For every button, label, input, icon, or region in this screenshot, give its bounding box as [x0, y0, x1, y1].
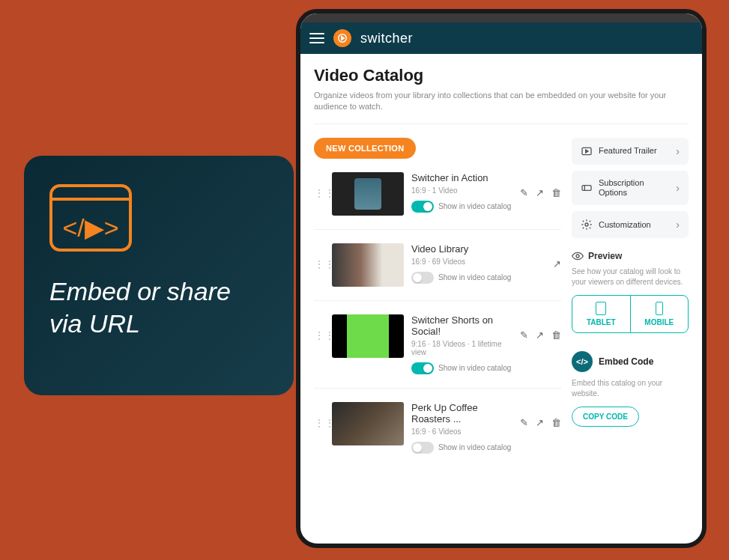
collection-meta: 16:9 · 69 Videos	[411, 258, 545, 266]
collection-thumbnail[interactable]: S	[332, 314, 404, 358]
page-content: Video Catalog Organize videos from your …	[300, 54, 702, 544]
mobile-icon	[656, 302, 663, 315]
sidebar-item-trailer[interactable]: Featured Trailer ›	[572, 138, 689, 165]
share-icon[interactable]: ↗	[536, 329, 544, 341]
browser-chrome	[300, 13, 702, 22]
preview-section: Preview See how your catalog will look t…	[572, 250, 689, 333]
preview-tablet-button[interactable]: TABLET	[572, 296, 631, 332]
collection-row: ⋮⋮ S Switcher Shorts on Social! 9:16 · 1…	[314, 301, 561, 389]
promo-card: </▶> Embed or share via URL	[24, 156, 294, 395]
collection-row: ⋮⋮ Perk Up Coffee Roasters ... 16:9 · 6 …	[314, 389, 561, 467]
collection-title: Switcher Shorts on Social!	[411, 314, 512, 337]
chevron-right-icon: ›	[676, 182, 680, 194]
gear-icon	[581, 219, 593, 231]
show-catalog-toggle[interactable]	[411, 201, 434, 213]
drag-handle-icon[interactable]: ⋮⋮	[314, 172, 324, 199]
edit-icon[interactable]: ✎	[520, 329, 528, 341]
delete-icon[interactable]: 🗑	[551, 329, 561, 341]
code-icon: </>	[572, 351, 593, 372]
collection-meta: 9:16 · 18 Videos · 1 lifetime view	[411, 340, 512, 356]
sidebar-item-label: Subscription Options	[599, 178, 670, 198]
delete-icon[interactable]: 🗑	[551, 417, 561, 428]
collection-thumbnail[interactable]	[332, 402, 404, 445]
collection-row: ⋮⋮ Switcher in Action 16:9 · 1 Video Sho…	[314, 159, 561, 230]
promo-text: Embed or share via URL	[49, 276, 268, 339]
collection-title: Perk Up Coffee Roasters ...	[411, 402, 512, 424]
collection-meta: 16:9 · 6 Videos	[411, 427, 512, 436]
preview-title: Preview	[588, 251, 622, 261]
eye-icon	[572, 250, 584, 262]
share-icon[interactable]: ↗	[536, 187, 544, 198]
sidebar-item-label: Featured Trailer	[599, 146, 670, 156]
svg-point-5	[576, 255, 579, 258]
drag-handle-icon[interactable]: ⋮⋮	[314, 243, 324, 270]
copy-code-button[interactable]: COPY CODE	[572, 407, 639, 427]
embed-title: Embed Code	[599, 356, 653, 367]
collection-row: ⋮⋮ Video Library 16:9 · 69 Videos Show i…	[314, 230, 561, 301]
share-icon[interactable]: ↗	[553, 258, 561, 270]
edit-icon[interactable]: ✎	[520, 417, 528, 428]
show-catalog-toggle[interactable]	[411, 272, 434, 284]
show-catalog-toggle[interactable]	[411, 442, 434, 454]
brand-name: switcher	[360, 31, 413, 46]
new-collection-button[interactable]: NEW COLLECTION	[314, 138, 416, 159]
menu-icon[interactable]	[309, 33, 324, 43]
collection-thumbnail[interactable]	[332, 243, 404, 287]
sidebar-item-customization[interactable]: Customization ›	[572, 211, 689, 238]
page-subtitle: Organize videos from your library into c…	[314, 90, 689, 124]
settings-sidebar: Featured Trailer › Subscription Options …	[572, 138, 689, 467]
brand-logo-icon	[333, 29, 351, 47]
chevron-right-icon: ›	[676, 145, 680, 157]
chevron-right-icon: ›	[676, 219, 680, 231]
svg-rect-2	[582, 186, 591, 191]
embed-section: </> Embed Code Embed this catalog on you…	[572, 351, 689, 427]
tablet-icon	[596, 302, 606, 315]
collection-title: Switcher in Action	[411, 172, 512, 183]
toggle-label: Show in video catalog	[438, 364, 511, 373]
play-box-icon	[581, 145, 593, 157]
toggle-label: Show in video catalog	[438, 202, 511, 211]
preview-subtitle: See how your catalog will look to your v…	[572, 267, 689, 287]
show-catalog-toggle[interactable]	[411, 362, 434, 374]
collections-column: NEW COLLECTION ⋮⋮ Switcher in Action 16:…	[314, 138, 561, 467]
drag-handle-icon[interactable]: ⋮⋮	[314, 314, 324, 341]
preview-mobile-button[interactable]: MOBILE	[631, 296, 689, 332]
embed-subtitle: Embed this catalog on your website.	[572, 378, 689, 399]
tablet-frame: switcher Video Catalog Organize videos f…	[296, 9, 707, 548]
embed-window-icon: </▶>	[49, 184, 132, 252]
toggle-label: Show in video catalog	[438, 443, 511, 452]
sidebar-item-label: Customization	[599, 220, 670, 230]
ticket-icon	[581, 182, 593, 194]
toggle-label: Show in video catalog	[438, 273, 511, 282]
device-preview-buttons: TABLET MOBILE	[572, 295, 689, 333]
sidebar-item-subscription[interactable]: Subscription Options ›	[572, 171, 689, 205]
drag-handle-icon[interactable]: ⋮⋮	[314, 402, 324, 429]
collection-thumbnail[interactable]	[332, 172, 404, 216]
delete-icon[interactable]: 🗑	[551, 187, 561, 198]
svg-point-4	[585, 223, 588, 226]
page-title: Video Catalog	[314, 66, 689, 85]
edit-icon[interactable]: ✎	[520, 187, 528, 198]
collection-meta: 16:9 · 1 Video	[411, 186, 512, 195]
app-header: switcher	[300, 22, 702, 54]
collection-title: Video Library	[411, 243, 545, 255]
share-icon[interactable]: ↗	[536, 417, 544, 428]
